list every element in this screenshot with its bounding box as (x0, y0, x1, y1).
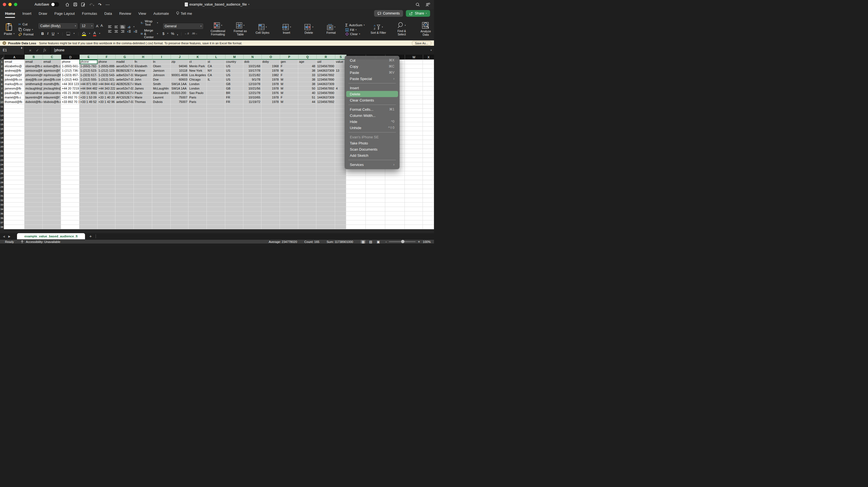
cell-G7[interactable]: aece52e7-03 (115, 86, 134, 91)
cell-V38[interactable] (385, 225, 405, 229)
cell-K8[interactable]: Sao Paulo (188, 91, 207, 95)
cell-B7[interactable]: mclaughlinj@ (25, 86, 43, 91)
cell-I31[interactable] (152, 194, 170, 198)
cell-N21[interactable] (243, 149, 261, 153)
cell-I37[interactable] (152, 220, 170, 225)
cell-T38[interactable] (346, 225, 366, 229)
cell-Q28[interactable] (298, 180, 316, 184)
cell-X26[interactable] (423, 171, 434, 176)
cell-E15[interactable] (80, 122, 98, 126)
cell-C10[interactable]: tdubois@fb.c (43, 100, 61, 104)
align-right-icon[interactable] (121, 30, 125, 33)
cell-R15[interactable] (316, 122, 335, 126)
cell-Q29[interactable] (298, 184, 316, 189)
align-top-icon[interactable] (108, 25, 112, 28)
cell-G9[interactable]: AFCE52E7-03 (115, 95, 134, 100)
cell-B35[interactable] (25, 211, 43, 216)
cell-W20[interactable] (405, 144, 423, 149)
orientation-button[interactable] (127, 25, 131, 28)
cell-E7[interactable]: +44 844 482 (80, 86, 98, 91)
cell-F16[interactable] (98, 126, 115, 131)
cell-E28[interactable] (80, 180, 98, 184)
cell-S7[interactable]: 4 (335, 86, 346, 91)
cell-N33[interactable] (243, 202, 261, 207)
cell-I25[interactable] (152, 167, 170, 171)
tab-draw[interactable]: Draw (39, 10, 47, 17)
cell-S26[interactable] (335, 171, 346, 176)
cell-T32[interactable] (346, 198, 366, 202)
cell-O18[interactable] (261, 136, 280, 140)
cell-O17[interactable] (261, 131, 280, 136)
cell-S22[interactable] (335, 153, 346, 158)
cell-O32[interactable] (261, 198, 280, 202)
cell-W14[interactable] (405, 118, 423, 122)
cell-A3[interactable]: andrewj@fb (4, 68, 25, 73)
row-header-14[interactable]: 14 (0, 118, 4, 122)
cell-M17[interactable] (225, 131, 243, 136)
cell-C28[interactable] (43, 180, 61, 184)
cell-C25[interactable] (43, 167, 61, 171)
cell-B24[interactable] (25, 162, 43, 167)
cell-K31[interactable] (188, 194, 207, 198)
cell-F19[interactable] (98, 140, 115, 144)
cell-R17[interactable] (316, 131, 335, 136)
cell-J10[interactable]: 75007 (170, 100, 188, 104)
menu-item-cut[interactable]: Cut⌘X (346, 57, 398, 63)
cell-N22[interactable] (243, 153, 261, 158)
column-header-P[interactable]: P (280, 55, 299, 60)
cell-R16[interactable] (316, 126, 335, 131)
cell-C3[interactable]: ajamison@f (43, 68, 61, 73)
cell-T33[interactable] (346, 202, 366, 207)
cell-M14[interactable] (225, 118, 243, 122)
cell-I6[interactable]: Smith (152, 82, 170, 86)
cell-Q16[interactable] (298, 126, 316, 131)
cell-J12[interactable] (170, 109, 188, 113)
cell-D17[interactable] (61, 131, 80, 136)
cell-A31[interactable] (4, 194, 25, 198)
cell-S36[interactable] (335, 216, 346, 220)
row-header-38[interactable]: 38 (0, 225, 4, 229)
align-bottom-icon[interactable] (120, 25, 125, 29)
row-header-17[interactable]: 17 (0, 131, 4, 136)
cell-C37[interactable] (43, 220, 61, 225)
cell-W7[interactable] (405, 86, 423, 91)
cell-W36[interactable] (405, 216, 423, 220)
cell-J23[interactable] (170, 158, 188, 162)
cell-G34[interactable] (115, 207, 134, 211)
cell-G32[interactable] (115, 198, 134, 202)
cell-K9[interactable]: Paris (188, 95, 207, 100)
cell-L3[interactable]: NY (207, 68, 225, 73)
cell-C2[interactable]: eolsen@fb.c (43, 64, 61, 68)
cell-C31[interactable] (43, 194, 61, 198)
cell-P20[interactable] (280, 144, 298, 149)
cell-O13[interactable] (261, 113, 280, 118)
cell-T30[interactable] (346, 189, 366, 194)
cell-W2[interactable] (405, 64, 423, 68)
search-icon[interactable] (415, 2, 420, 7)
cell-O19[interactable] (261, 140, 280, 144)
cell-Q21[interactable] (298, 149, 316, 153)
undo-dropdown-icon[interactable]: ▾ (93, 4, 94, 7)
cell-M20[interactable] (225, 144, 243, 149)
cell-C24[interactable] (43, 162, 61, 167)
cell-A28[interactable] (4, 180, 25, 184)
cell-I12[interactable] (152, 109, 170, 113)
cell-J25[interactable] (170, 167, 188, 171)
cell-E34[interactable] (80, 207, 98, 211)
cell-I18[interactable] (152, 136, 170, 140)
cell-H21[interactable] (134, 149, 152, 153)
cell-X10[interactable] (423, 100, 434, 104)
row-header-24[interactable]: 24 (0, 162, 4, 167)
cell-T26[interactable] (346, 171, 366, 176)
cell-R27[interactable] (316, 176, 335, 180)
row-header-33[interactable]: 33 (0, 202, 4, 207)
menu-item-paste[interactable]: Paste⌘V (346, 69, 398, 76)
cell-X29[interactable] (423, 184, 434, 189)
cell-J9[interactable]: 75007 (170, 95, 188, 100)
cell-D21[interactable] (61, 149, 80, 153)
cell-B37[interactable] (25, 220, 43, 225)
cell-J17[interactable] (170, 131, 188, 136)
cell-X11[interactable] (423, 104, 434, 109)
cell-H3[interactable]: Andrew (134, 68, 152, 73)
cell-S6[interactable] (335, 82, 346, 86)
